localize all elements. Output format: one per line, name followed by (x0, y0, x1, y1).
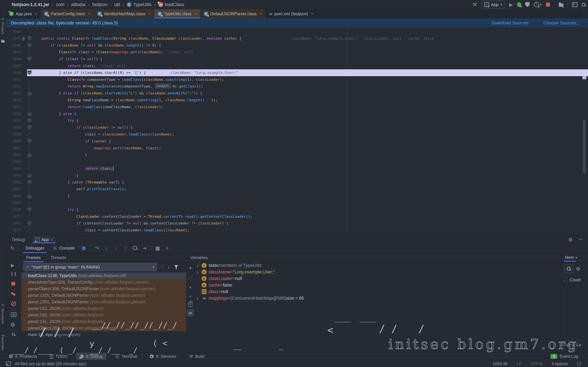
rerun-button[interactable]: ↻ (10, 245, 15, 251)
line-number[interactable]: 1057 (6, 117, 21, 124)
variable-row[interactable]: pcache = false (195, 282, 561, 288)
fold-marker-icon[interactable] (27, 139, 32, 143)
line-number[interactable]: 1045 (6, 35, 21, 42)
status-item-utf-8[interactable]: UTF-8 (531, 361, 542, 366)
stop-debug-button[interactable] (11, 282, 15, 286)
debug-session-tab[interactable]: App × (33, 236, 56, 243)
expand-chevron-icon[interactable]: › (195, 262, 200, 269)
expand-chevron-icon[interactable]: › (195, 295, 200, 301)
drop-frame-button[interactable] (130, 245, 140, 251)
layout-settings-icon[interactable]: ≣ (79, 245, 89, 251)
move-watch-up-button[interactable]: ▲ (186, 284, 194, 291)
sidebar-item-structure[interactable]: 2: Structure (1, 304, 5, 324)
breadcrumb-item-typeutils[interactable]: CTypeUtils (127, 2, 151, 7)
breadcrumb-item-com[interactable]: com (56, 2, 64, 7)
line-number[interactable]: 1048 (6, 56, 21, 62)
frame-row[interactable]: parseObject:283, JSON (com.alibaba.fastj… (21, 325, 186, 331)
expand-chevron-icon[interactable]: › (195, 269, 200, 275)
debug-button[interactable] (517, 2, 521, 7)
line-number[interactable]: 1072 (6, 220, 21, 227)
line-number[interactable]: 1067 (6, 186, 21, 192)
fold-marker-icon[interactable] (27, 173, 32, 178)
line-number[interactable]: 1060 (6, 138, 21, 145)
fold-marker-icon[interactable] (27, 194, 32, 198)
build-hammer-icon[interactable]: ⚒ (473, 1, 477, 8)
divider[interactable] (10, 310, 17, 311)
fold-marker-icon[interactable] (27, 43, 32, 48)
choose-sources-link[interactable]: Choose Sources... (543, 20, 580, 25)
variable-row[interactable]: ›pclassName = "Lorg.example.User;" (195, 269, 561, 275)
add-watch-button[interactable]: + (186, 264, 194, 272)
project-structure-icon[interactable] (559, 3, 563, 7)
readonly-lock-icon[interactable] (577, 362, 581, 365)
variable-row[interactable]: clazz = null (195, 288, 561, 295)
thread-dump-camera-button[interactable] (11, 312, 17, 317)
breadcrumb-item-fastjson[interactable]: fastjson (92, 2, 107, 7)
line-number[interactable]: 1068 (6, 192, 21, 199)
step-out-button[interactable]: ↑ (121, 245, 130, 251)
frame-row[interactable]: parse:1301, DefaultJSONParser (com.aliba… (21, 299, 186, 305)
force-step-into-button[interactable]: ↓ (111, 245, 121, 251)
toolwindow-toggle-icon[interactable] (6, 362, 11, 366)
run-button[interactable]: ▶ (509, 2, 513, 8)
status-item-4-spaces[interactable]: 4 spaces (552, 361, 568, 366)
divider[interactable] (10, 330, 17, 331)
variable-row[interactable]: ›∞mappings = {ConcurrentHashMap@586} siz… (195, 295, 561, 301)
line-number[interactable]: 1066 (6, 179, 21, 186)
prev-frame-icon[interactable]: ↑ (161, 264, 164, 270)
move-watch-down-button[interactable]: ▼ (186, 293, 194, 300)
toolwindow-button-8-services[interactable]: ▶8: Services (146, 353, 180, 360)
fold-marker-icon[interactable] (27, 118, 32, 123)
line-number[interactable]: 1059 (6, 131, 21, 138)
step-over-button[interactable]: ↷ (92, 245, 102, 251)
tab-frames[interactable]: Frames (21, 253, 46, 262)
fold-marker-icon[interactable] (27, 180, 32, 184)
memory-search-button[interactable] (564, 264, 574, 273)
close-icon[interactable]: × (259, 11, 262, 17)
tab-defaultjsonparser-class[interactable]: CDefaultJSONParser.class× (200, 9, 266, 18)
step-into-button[interactable]: ↓ (102, 245, 111, 251)
code-editor[interactable]: 10441045@ public static Class<?> loadCla… (6, 27, 588, 235)
run-anything-icon[interactable] (572, 2, 578, 7)
fold-marker-icon[interactable] (27, 57, 32, 61)
line-number[interactable]: 1065 (6, 172, 21, 179)
line-number[interactable]: 1056 (6, 110, 21, 117)
toolwindow-button-5-debug[interactable]: 5: Debug (76, 353, 106, 360)
line-number[interactable]: 1044 (6, 28, 21, 35)
toolwindow-button-terminal[interactable]: ›_Terminal (111, 353, 141, 360)
frame-row[interactable]: parse:152, JSON (com.alibaba.fastjson) (21, 305, 186, 312)
breadcrumb-item-loadclass[interactable]: mloadClass (158, 2, 184, 7)
close-icon[interactable]: × (88, 11, 90, 17)
tab-console[interactable]: › Console (49, 243, 79, 253)
hide-window-icon[interactable]: ─ (579, 237, 582, 242)
line-number[interactable]: 1055 (6, 104, 21, 110)
memory-settings-gear-icon[interactable]: ⚙ (576, 266, 580, 272)
line-number[interactable]: 1049 (6, 62, 21, 69)
breadcrumb-item-util[interactable]: util (114, 2, 120, 7)
tab-memory[interactable]: Mem▾ (562, 253, 582, 262)
fold-marker-icon[interactable] (27, 153, 32, 157)
fold-marker-icon[interactable] (27, 36, 32, 41)
line-number[interactable]: 1054 (6, 97, 21, 104)
line-number[interactable]: 1070 (6, 206, 21, 213)
event-log-button[interactable]: 1Event Log (550, 354, 588, 359)
line-number[interactable]: 1069 (6, 199, 21, 206)
toolwindow-button-6-problems[interactable]: !6: Problems (5, 353, 41, 360)
tab-parserconfig-class[interactable]: CParserConfig.class× (41, 9, 94, 18)
tab-identityhashmap-class[interactable]: CIdentityHashMap.class× (94, 9, 154, 18)
line-number[interactable]: 1063 (6, 158, 21, 165)
breadcrumb-item-alibaba[interactable]: alibaba (71, 2, 86, 7)
pin-tab-button[interactable] (12, 333, 15, 336)
sidebar-item-project[interactable]: 1: Project (1, 18, 5, 34)
evaluate-expression-button[interactable]: ▦ (153, 245, 162, 251)
divider[interactable] (10, 290, 17, 290)
variable-row[interactable]: pclassLoader = null (195, 275, 561, 282)
fold-marker-icon[interactable] (27, 208, 32, 212)
tab-typeutils-class[interactable]: CTypeUtils.class× (154, 9, 200, 18)
sidebar-item-favorites[interactable]: Favorites (1, 335, 5, 350)
thread-selector[interactable]: ✓ "main"@1 in group "main": RUNNING ▾ (23, 263, 157, 271)
resume-button[interactable]: ▶ (11, 263, 14, 268)
view-breakpoints-button[interactable] (11, 292, 13, 294)
settings-gear-icon[interactable]: ⚙ (568, 237, 573, 242)
frame-row[interactable]: parse:162, JSON (com.alibaba.fastjson) (21, 312, 186, 318)
